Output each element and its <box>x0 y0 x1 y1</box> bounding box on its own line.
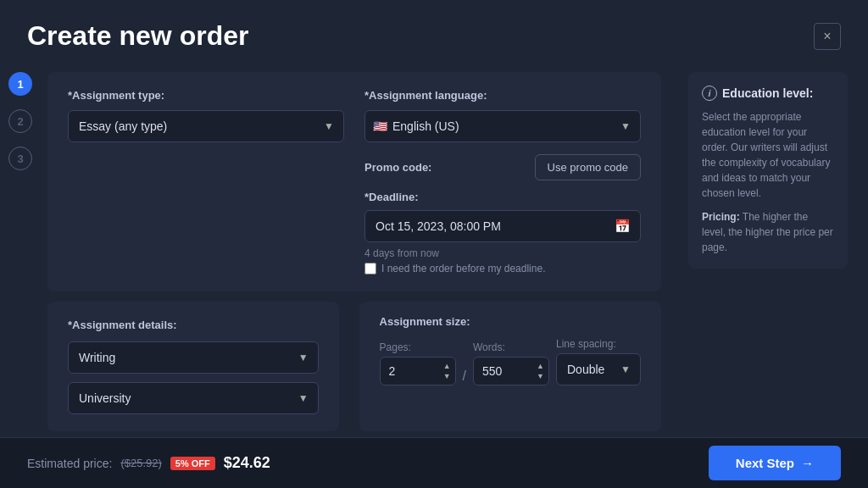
words-group: Words: ▲ ▼ <box>473 341 549 385</box>
writing-type-wrapper: Writing ▼ <box>68 341 319 374</box>
pages-label: Pages: <box>380 341 456 353</box>
words-down-button[interactable]: ▼ <box>535 372 546 381</box>
words-up-button[interactable]: ▲ <box>535 362 546 371</box>
writing-type-select[interactable]: Writing <box>68 341 319 374</box>
assignment-details-card: *Assignment details: Writing ▼ Universit… <box>47 302 339 431</box>
main-form: *Assignment type: Essay (any type) ▼ *As… <box>34 65 682 437</box>
info-icon: i <box>702 86 717 101</box>
words-spinners: ▲ ▼ <box>535 362 546 381</box>
next-step-label: Next Step <box>736 456 794 470</box>
line-spacing-select[interactable]: Double Single 1.5 <box>556 353 641 385</box>
bottom-row: *Assignment details: Writing ▼ Universit… <box>47 302 661 431</box>
words-label: Words: <box>473 341 549 353</box>
promo-label: Promo code: <box>364 161 431 174</box>
modal-body: 1 2 3 *Assignment type: Essay (any type) <box>0 65 868 437</box>
language-wrapper: English (US) 🇺🇸 ▼ <box>364 110 641 142</box>
step-2[interactable]: 2 <box>8 109 32 133</box>
create-order-modal: Create new order × 1 2 3 *Assignment typ… <box>0 0 868 488</box>
estimated-price: Estimated price: ($25.92) 5% OFF $24.62 <box>27 454 270 472</box>
assignment-type-label: *Assignment type: <box>68 89 344 102</box>
pages-spinners: ▲ ▼ <box>442 362 453 381</box>
right-panel: i Education level: Select the appropriat… <box>682 65 868 437</box>
close-button[interactable]: × <box>814 23 841 50</box>
info-panel-card: i Education level: Select the appropriat… <box>688 72 848 269</box>
modal-footer: Estimated price: ($25.92) 5% OFF $24.62 … <box>0 437 868 488</box>
assignment-language-label: *Assignment language: <box>364 89 641 102</box>
education-level-select[interactable]: University <box>68 382 319 414</box>
info-header: i Education level: <box>702 86 834 101</box>
deadline-label: *Deadline: <box>364 191 641 203</box>
modal-title: Create new order <box>27 20 248 52</box>
deadline-checkbox-row: I need the order before my deadline. <box>364 263 641 274</box>
top-form-card: *Assignment type: Essay (any type) ▼ *As… <box>47 72 661 291</box>
deadline-days-info: 4 days from now <box>364 247 641 259</box>
promo-button[interactable]: Use promo code <box>535 154 641 180</box>
next-step-arrow-icon: → <box>801 456 814 470</box>
pages-up-button[interactable]: ▲ <box>442 362 453 371</box>
deadline-early-checkbox[interactable] <box>364 263 376 274</box>
pages-input-wrapper: ▲ ▼ <box>380 357 456 385</box>
info-panel-pricing: Pricing: The higher the level, the highe… <box>702 209 834 255</box>
assignment-type-wrapper: Essay (any type) ▼ <box>68 110 344 142</box>
promo-row: Promo code: Use promo code <box>364 154 641 180</box>
step-1[interactable]: 1 <box>8 72 32 96</box>
assignment-details-selects: Writing ▼ University ▼ <box>68 341 319 414</box>
assignment-size-label: Assignment size: <box>380 315 641 328</box>
education-level-wrapper: University ▼ <box>68 382 319 414</box>
assignment-details-label: *Assignment details: <box>68 319 319 331</box>
pages-inner: ▲ ▼ <box>380 357 456 385</box>
final-price: $24.62 <box>224 454 270 472</box>
next-step-button[interactable]: Next Step → <box>709 446 841 480</box>
assignment-size-card: Assignment size: Pages: ▲ ▼ <box>359 302 661 431</box>
deadline-checkbox-label: I need the order before my deadline. <box>381 263 545 274</box>
steps-sidebar: 1 2 3 <box>0 65 34 437</box>
deadline-input-wrapper: 📅 <box>364 210 641 242</box>
discount-badge: 5% OFF <box>170 457 215 470</box>
calendar-icon: 📅 <box>615 219 631 234</box>
size-fields: Pages: ▲ ▼ / <box>380 338 641 385</box>
assignment-type-col: *Assignment type: Essay (any type) ▼ <box>68 89 344 274</box>
estimated-label: Estimated price: <box>27 457 112 470</box>
assignment-type-select[interactable]: Essay (any type) <box>68 110 344 142</box>
pages-down-button[interactable]: ▼ <box>442 372 453 381</box>
modal-header: Create new order × <box>0 0 868 65</box>
info-panel-title: Education level: <box>722 86 813 100</box>
pages-group: Pages: ▲ ▼ <box>380 341 456 385</box>
words-inner: ▲ ▼ <box>473 357 549 385</box>
step-3[interactable]: 3 <box>8 147 32 170</box>
right-form-col: *Assignment language: English (US) 🇺🇸 ▼ … <box>364 89 641 274</box>
words-input-wrapper: ▲ ▼ <box>473 357 549 385</box>
info-panel-description: Select the appropriate education level f… <box>702 109 834 201</box>
slash-divider: / <box>463 369 466 384</box>
line-spacing-label: Line spacing: <box>556 338 641 350</box>
pricing-bold: Pricing: <box>702 211 740 223</box>
line-spacing-wrapper: Double Single 1.5 ▼ <box>556 353 641 385</box>
line-spacing-group: Line spacing: Double Single 1.5 ▼ <box>556 338 641 385</box>
original-price: ($25.92) <box>120 457 161 469</box>
assignment-language-select[interactable]: English (US) <box>364 110 641 142</box>
language-flag: 🇺🇸 <box>373 119 387 133</box>
deadline-input[interactable] <box>364 210 641 242</box>
